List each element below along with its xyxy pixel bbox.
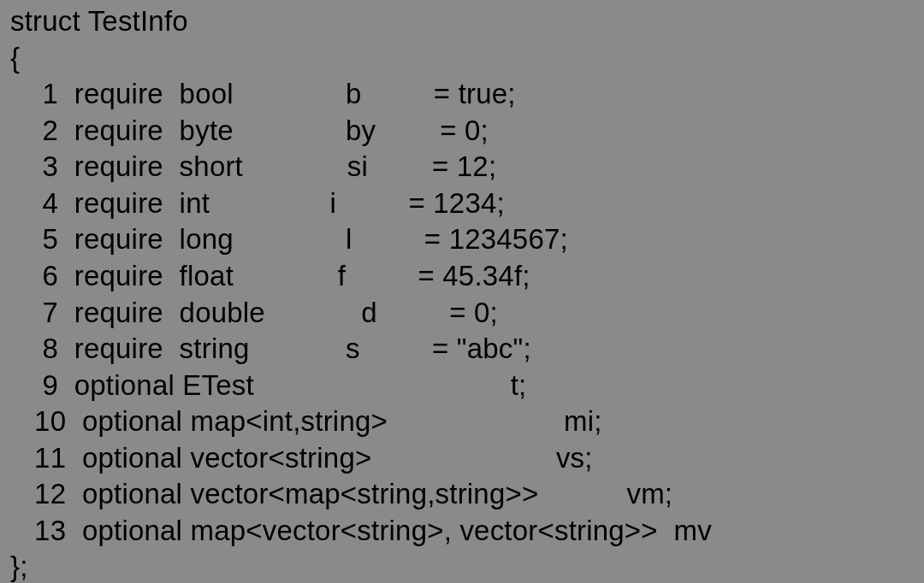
code-block: struct TestInfo { 1 require bool b = tru… xyxy=(0,0,924,583)
open-brace: { xyxy=(10,42,20,74)
field-list: 1 require bool b = true; 2 require byte … xyxy=(10,78,712,546)
struct-name: TestInfo xyxy=(88,5,188,37)
struct-keyword: struct xyxy=(10,5,88,37)
close-brace: }; xyxy=(10,551,28,582)
